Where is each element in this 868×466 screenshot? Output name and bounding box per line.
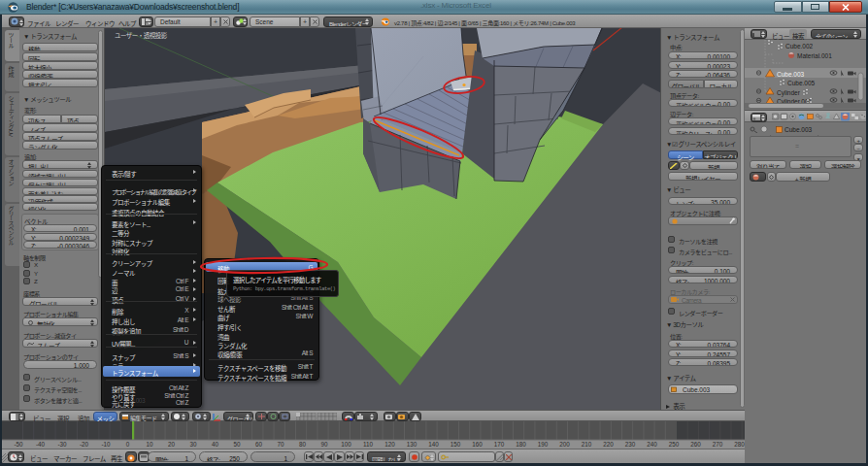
svg-text:80: 80 [299,441,307,448]
svg-text:-40: -40 [36,441,46,448]
svg-text:140: 140 [428,441,439,448]
svg-text:230: 230 [625,441,636,448]
svg-text:40: 40 [212,441,219,448]
svg-text:170: 170 [494,441,505,448]
svg-text:Cube.002: Cube.002 [785,43,814,50]
svg-text:200: 200 [559,441,570,448]
svg-text:100: 100 [341,441,351,448]
svg-text:120: 120 [384,441,395,448]
svg-text:160: 160 [472,441,483,448]
svg-text:90: 90 [320,441,328,448]
svg-text:260: 260 [690,441,701,448]
svg-text:190: 190 [538,441,549,448]
svg-text:110: 110 [363,441,374,448]
svg-text:210: 210 [582,441,592,448]
svg-text:-50: -50 [14,441,23,448]
svg-text:70: 70 [277,441,284,448]
svg-text:30: 30 [189,441,197,448]
svg-text:Material.001: Material.001 [797,52,832,59]
svg-text:Cylinder: Cylinder [777,89,801,97]
svg-text:150: 150 [451,441,461,448]
svg-text:270: 270 [713,441,723,448]
svg-text:-30: -30 [57,441,67,448]
svg-text:10: 10 [146,441,153,448]
svg-text:20: 20 [168,441,176,448]
svg-text:0: 0 [126,441,130,448]
svg-text:-10: -10 [101,441,111,448]
svg-text:280: 280 [734,441,745,448]
svg-text:60: 60 [255,441,263,448]
svg-text:-20: -20 [80,441,89,448]
svg-text:130: 130 [407,441,417,448]
svg-text:180: 180 [516,441,526,448]
svg-text:250: 250 [669,441,680,448]
svg-text:Cube.003: Cube.003 [777,71,805,78]
svg-text:220: 220 [603,441,614,448]
svg-text:Cube.005: Cube.005 [787,80,816,86]
svg-text:240: 240 [647,441,657,448]
svg-text:50: 50 [233,441,241,448]
